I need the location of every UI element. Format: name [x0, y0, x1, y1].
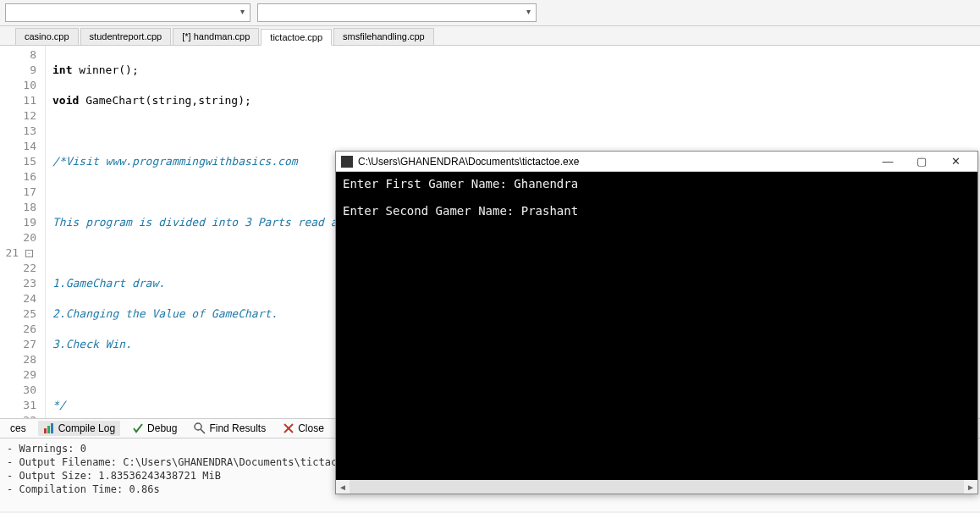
console-scrollbar[interactable]: ◄ ►	[336, 480, 977, 494]
btab-label: Find Results	[209, 422, 266, 434]
symbol-dropdown[interactable]	[257, 3, 537, 22]
btab-compile-log[interactable]: Compile Log	[38, 421, 120, 436]
tab-studentreport[interactable]: studentreport.cpp	[80, 28, 172, 45]
close-icon	[283, 422, 295, 434]
close-button[interactable]: ✕	[939, 155, 972, 168]
check-icon	[132, 422, 144, 434]
minimize-button[interactable]: —	[871, 155, 905, 168]
console-titlebar[interactable]: C:\Users\GHANENDRA\Documents\tictactoe.e…	[336, 152, 977, 172]
console-output[interactable]: Enter First Gamer Name: Ghanendra Enter …	[336, 172, 977, 480]
maximize-button[interactable]: ▢	[905, 155, 939, 168]
btab-label: Debug	[147, 422, 177, 434]
fold-icon[interactable]: -	[25, 250, 33, 257]
scroll-left-icon[interactable]: ◄	[336, 483, 350, 492]
code-text: winner();	[72, 63, 138, 76]
console-line: Enter Second Gamer Name: Prashant	[343, 204, 578, 218]
tab-handman[interactable]: [*] handman.cpp	[173, 28, 259, 45]
svg-rect-2	[51, 423, 53, 433]
btab-close[interactable]: Close	[278, 421, 329, 436]
svg-rect-1	[47, 426, 50, 433]
svg-line-4	[201, 429, 205, 433]
tab-smsfilehandling[interactable]: smsfilehandling.cpp	[333, 28, 434, 45]
btab-label: Close	[298, 422, 324, 434]
kw-void: void	[52, 94, 79, 107]
btab-label: Compile Log	[58, 422, 115, 434]
svg-rect-0	[44, 428, 47, 433]
console-window[interactable]: C:\Users\GHANENDRA\Documents\tictactoe.e…	[335, 151, 978, 494]
btab-debug[interactable]: Debug	[127, 421, 182, 436]
tab-casino[interactable]: casino.cpp	[15, 28, 79, 45]
code-text: GameChart(string,string);	[79, 94, 251, 107]
file-tabs: casino.cpp studentreport.cpp [*] handman…	[0, 26, 980, 46]
scroll-right-icon[interactable]: ►	[964, 483, 977, 492]
tab-tictactoe[interactable]: tictactoe.cpp	[261, 29, 332, 46]
btab-ces[interactable]: ces	[5, 421, 31, 436]
console-icon	[341, 156, 353, 168]
btab-find-results[interactable]: Find Results	[189, 421, 271, 436]
console-title-text: C:\Users\GHANENDRA\Documents\tictactoe.e…	[358, 156, 579, 168]
svg-point-3	[195, 423, 201, 430]
bar-chart-icon	[43, 422, 55, 434]
toolbar-dropdowns	[0, 0, 980, 26]
scope-dropdown[interactable]	[5, 3, 251, 22]
scroll-track[interactable]	[350, 480, 964, 494]
console-line: Enter First Gamer Name: Ghanendra	[343, 177, 578, 190]
line-gutter: 891011121314 151617181920 21 - 222324252…	[0, 46, 46, 418]
search-icon	[194, 422, 206, 434]
kw-int: int	[52, 63, 72, 76]
